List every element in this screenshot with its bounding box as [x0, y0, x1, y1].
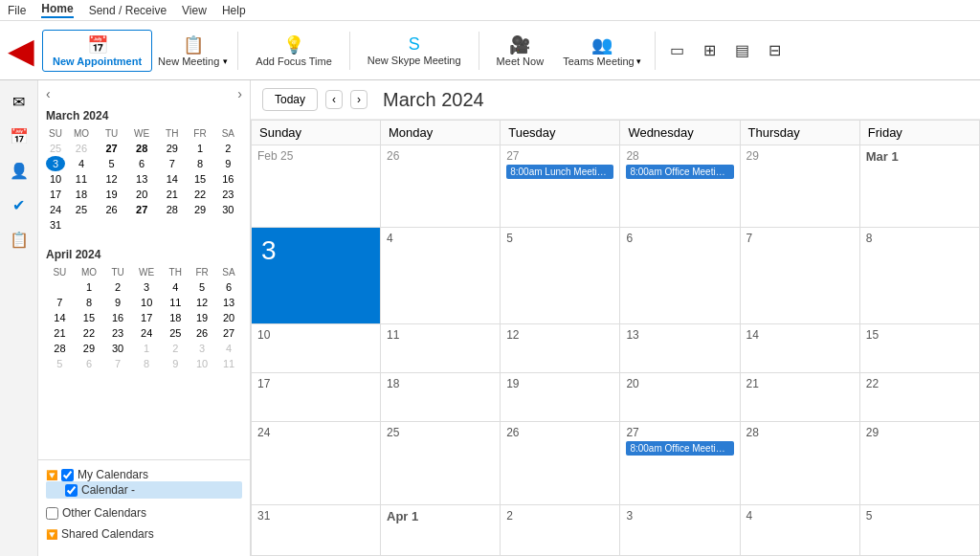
calendar-event[interactable]: 8:00am Office Meeting; Room 3; [626, 441, 733, 456]
calendar-cell[interactable]: 5 [859, 504, 979, 555]
mini-cal-day[interactable]: 29 [158, 141, 186, 156]
calendar-sunday-cell[interactable]: Feb 25 [252, 145, 381, 228]
mini-cal-day[interactable] [125, 217, 158, 233]
new-skype-meeting-button[interactable]: S New Skype Meeting [358, 31, 471, 70]
mini-cal-prev[interactable]: ‹ [46, 86, 51, 101]
calendar-cell[interactable]: 5 [501, 228, 620, 324]
calendar-cell[interactable]: 26 [381, 145, 501, 228]
mini-cal-day[interactable]: 4 [65, 156, 98, 171]
mini-cal-day[interactable]: 16 [104, 310, 131, 325]
my-calendars-checkbox[interactable] [61, 469, 74, 481]
calendar-cell[interactable]: 18 [381, 373, 501, 422]
calendar-cell[interactable]: 15 [859, 323, 979, 372]
new-meeting-dropdown-icon[interactable]: ▾ [223, 56, 228, 66]
mini-cal-day[interactable]: 7 [104, 356, 131, 371]
menu-help[interactable]: Help [222, 4, 246, 17]
mini-cal-day[interactable]: 15 [186, 171, 213, 187]
menu-file[interactable]: File [8, 4, 26, 17]
menu-view[interactable]: View [182, 4, 207, 17]
new-appointment-button[interactable]: 📅 New Appointment [42, 30, 152, 72]
mini-cal-day[interactable]: 10 [46, 171, 65, 187]
mini-cal-day[interactable]: 13 [125, 171, 158, 187]
calendar-cell[interactable]: 278:00am Office Meeting; Room 3; [620, 422, 740, 504]
day-view-button[interactable]: ▭ [663, 37, 692, 63]
calendar-cell[interactable]: 29 [740, 145, 859, 228]
mini-cal-day[interactable]: 1 [186, 141, 213, 156]
calendar-checkbox[interactable] [65, 484, 78, 497]
mini-cal-day[interactable]: 6 [215, 279, 242, 295]
calendar-cell[interactable]: Apr 1 [381, 504, 501, 555]
calendar-cell[interactable]: 20 [620, 373, 740, 422]
mini-cal-day[interactable]: 2 [104, 279, 131, 295]
calendar-cell[interactable]: 3 [620, 504, 740, 555]
mini-cal-day[interactable]: 10 [189, 356, 215, 371]
teams-dropdown-icon[interactable]: ▾ [636, 56, 641, 66]
cal-next-button[interactable]: › [350, 90, 368, 109]
mini-cal-day[interactable]: 23 [104, 325, 131, 341]
month-view-button[interactable]: ▤ [728, 37, 757, 63]
mini-cal-day[interactable]: 27 [215, 325, 242, 341]
mini-cal-day[interactable]: 22 [186, 187, 213, 202]
calendar-cell[interactable]: 25 [381, 422, 501, 504]
mini-cal-day[interactable]: 28 [158, 202, 186, 217]
my-calendars-header[interactable]: 🔽 My Calendars [46, 468, 242, 481]
today-button[interactable]: Today [262, 88, 318, 111]
mini-cal-day[interactable]: 17 [46, 187, 65, 202]
mini-cal-day[interactable]: 26 [189, 325, 215, 341]
mini-cal-day[interactable]: 11 [215, 356, 242, 371]
mini-cal-day[interactable]: 8 [131, 356, 162, 371]
mini-cal-day[interactable]: 2 [214, 141, 242, 156]
mini-cal-day[interactable]: 6 [74, 356, 104, 371]
mini-cal-day[interactable]: 10 [131, 295, 162, 310]
calendar-cell[interactable]: Mar 1 [859, 145, 979, 228]
schedule-view-button[interactable]: ⊟ [761, 37, 790, 63]
mini-cal-day[interactable]: 12 [189, 295, 215, 310]
calendar-cell[interactable]: 4 [740, 504, 859, 555]
mini-cal-day[interactable] [46, 279, 74, 295]
mini-cal-day[interactable]: 15 [74, 310, 104, 325]
meet-now-button[interactable]: 🎥 Meet Now [487, 31, 554, 71]
calendar-sunday-cell[interactable]: 10 [252, 323, 381, 372]
other-calendars-header[interactable]: Other Calendars [46, 506, 242, 520]
mini-cal-day[interactable]: 25 [162, 325, 189, 341]
mini-cal-day[interactable]: 12 [98, 171, 125, 187]
mini-cal-day[interactable]: 9 [162, 356, 189, 371]
calendar-cell[interactable]: 4 [381, 228, 501, 324]
calendar-cell[interactable]: 13 [620, 323, 740, 372]
back-arrow-icon[interactable]: ◀ [8, 31, 34, 71]
mini-cal-day[interactable]: 5 [98, 156, 125, 171]
mini-cal-day[interactable]: 17 [131, 310, 162, 325]
calendar-cell[interactable]: 7 [740, 228, 859, 324]
mini-cal-day[interactable]: 8 [74, 295, 104, 310]
mini-cal-day[interactable]: 22 [74, 325, 104, 341]
mail-icon[interactable]: ✉ [4, 86, 34, 117]
cal-prev-button[interactable]: ‹ [325, 90, 343, 109]
calendar-cell[interactable]: 288:00am Office Meeting; Conference Room… [620, 145, 740, 228]
mini-cal-day[interactable]: 14 [46, 310, 74, 325]
calendar-sunday-cell[interactable]: 17 [252, 373, 381, 422]
mini-cal-day[interactable] [65, 217, 98, 233]
mini-cal-day[interactable]: 5 [46, 356, 74, 371]
mini-cal-day[interactable]: 9 [214, 156, 242, 171]
calendar-sunday-cell[interactable]: 24 [252, 422, 381, 504]
calendar-event[interactable]: 8:00am Office Meeting; Conference Room 3… [626, 165, 733, 179]
calendar-sunday-cell[interactable]: 3 [252, 228, 381, 324]
calendar-cell[interactable]: 21 [740, 373, 859, 422]
mini-cal-day[interactable]: 24 [46, 202, 65, 217]
mini-cal-day[interactable] [186, 217, 213, 233]
mini-cal-day[interactable]: 26 [65, 141, 98, 156]
mini-cal-day[interactable]: 7 [46, 295, 74, 310]
calendar-cell[interactable]: 22 [859, 373, 979, 422]
calendar-event[interactable]: 8:00am Lunch Meeting; Cafe Garden; [506, 165, 613, 179]
mini-cal-day[interactable]: 3 [131, 279, 162, 295]
people-icon[interactable]: 👤 [4, 155, 34, 186]
menu-home[interactable]: Home [41, 2, 73, 18]
mini-cal-day[interactable]: 25 [46, 141, 65, 156]
mini-cal-day[interactable]: 29 [74, 341, 104, 356]
mini-cal-day[interactable]: 18 [65, 187, 98, 202]
mini-cal-day[interactable]: 28 [46, 341, 74, 356]
mini-cal-day[interactable]: 19 [189, 310, 215, 325]
calendar-cell[interactable]: 14 [740, 323, 859, 372]
mini-cal-day[interactable]: 3 [46, 156, 65, 171]
mini-cal-day[interactable]: 3 [189, 341, 215, 356]
